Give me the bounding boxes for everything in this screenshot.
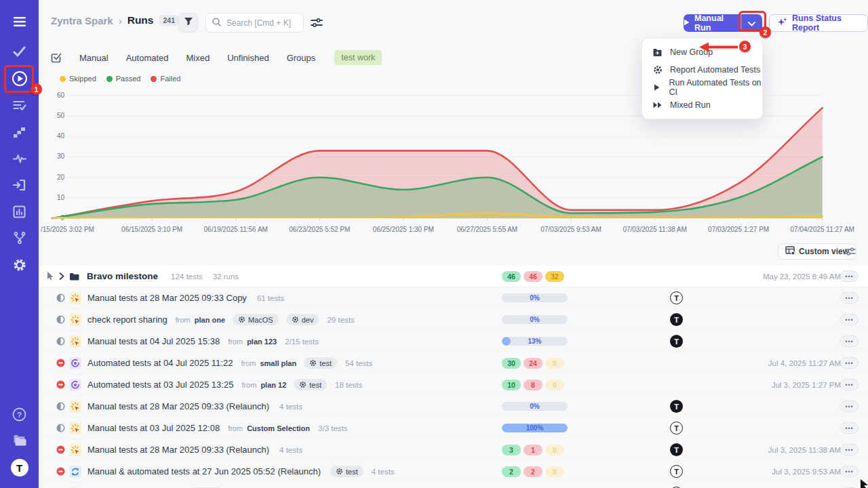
folders-icon[interactable] [0, 432, 39, 449]
search-input[interactable] [225, 18, 297, 28]
row-left-cluster: Manual tests at 28 Mar 2025 09:33 (Relau… [56, 439, 302, 460]
pulse-icon[interactable] [0, 150, 39, 167]
run-progress: 0% [502, 309, 568, 330]
count-pill-skipped: 0 [545, 380, 564, 390]
runs-status-report-label: Runs Status Report [792, 14, 860, 33]
run-progress: 0% [502, 396, 568, 417]
workspace-avatar[interactable]: T [0, 458, 39, 477]
filter-sliders-icon[interactable] [311, 18, 323, 30]
tab-manual[interactable]: Manual [79, 53, 108, 63]
table-row[interactable]: Manual tests at 28 Mar 2025 09:33 (Relau… [39, 439, 868, 461]
x-tick-label: 06/15/2025 3:10 PM [121, 226, 182, 233]
tab-groups[interactable]: Groups [287, 53, 316, 63]
row-menu-button[interactable]: ••• [840, 270, 859, 282]
x-tick-label: 07/03/2025 9:53 AM [540, 226, 601, 233]
check-icon[interactable] [0, 43, 39, 60]
help-icon[interactable]: ? [0, 406, 39, 422]
folder-plus-icon [652, 48, 663, 57]
search-icon [212, 17, 221, 29]
env-badge: test [304, 357, 337, 369]
table-row[interactable]: Manual tests at 04 Jul 2025 15:38frompla… [39, 331, 868, 352]
manual-run-button[interactable]: Manual Run [684, 14, 741, 32]
table-row[interactable]: Manual tests at 28 Mar 2025 09:33 Copy61… [39, 287, 868, 309]
row-menu-button[interactable]: ••• [840, 314, 859, 325]
table-row[interactable]: Manual tests at 03 Jul 2025 12:08fromCus… [39, 418, 868, 439]
run-from-label: from [228, 424, 243, 432]
row-left-cluster: Automated tests at 03 Jul 2025 13:25from… [56, 374, 362, 395]
menu-item-mixed-run[interactable]: Mixed Run [642, 96, 762, 114]
runs-status-report-button[interactable]: Runs Status Report [769, 14, 868, 32]
filter-button[interactable] [178, 13, 198, 33]
gear-icon[interactable] [0, 257, 39, 273]
tab-unfinished[interactable]: Unfinished [227, 53, 269, 63]
menu-icon[interactable] [0, 14, 39, 30]
table-settings-sliders-icon[interactable] [845, 247, 856, 259]
progress-bar: 0% [502, 293, 568, 302]
table-row[interactable]: Manual & automated tests at 27 Jun 2025 … [39, 461, 868, 483]
annotation-box-1 [4, 65, 34, 93]
row-menu-button[interactable]: ••• [840, 379, 859, 390]
sign-in-icon[interactable] [0, 177, 39, 193]
table-row[interactable]: check report sharingfromplan oneMacOSdev… [39, 309, 868, 331]
expand-chevron-icon[interactable] [59, 272, 64, 280]
progress-bar: 0% [502, 402, 568, 411]
run-title: Automated tests at 04 Jul 2025 11:22 [87, 358, 233, 368]
annotation-badge-2: 2 [760, 26, 771, 38]
avatar: T [670, 335, 683, 348]
list-check-icon[interactable] [0, 98, 39, 114]
steps-icon[interactable] [0, 124, 39, 140]
select-runs-icon[interactable] [51, 52, 62, 63]
breadcrumb-separator: › [119, 15, 122, 26]
run-title: check report sharing [87, 314, 167, 325]
row-menu-button[interactable]: ••• [840, 422, 859, 434]
row-menu-button[interactable]: ••• [840, 401, 859, 412]
in-progress-status-icon [56, 293, 65, 302]
gear-icon [292, 316, 299, 323]
row-menu-button[interactable]: ••• [840, 292, 859, 304]
play-icon [652, 84, 662, 91]
row-date: Jul 4, 2025 11:27 AM [768, 352, 841, 373]
page-title: Runs [127, 14, 154, 26]
menu-item-run-automated-tests-ci[interactable]: Run Automated Tests on CI [642, 79, 762, 96]
tab-mixed[interactable]: Mixed [186, 53, 210, 63]
branch-icon[interactable] [0, 230, 39, 246]
manual-run-label: Manual Run [694, 14, 741, 33]
count-pill-failed: 2 [524, 466, 542, 477]
row-menu-button[interactable]: ••• [840, 336, 859, 347]
table-row[interactable]: Automated tests at 03 Jul 2025 13:25from… [39, 374, 868, 396]
table-row[interactable]: Mixed origin (Relaunch)test5/8 tests62%T… [39, 483, 868, 488]
tab-automated[interactable]: Automated [126, 53, 169, 63]
in-progress-status-icon [56, 424, 65, 432]
table-row[interactable]: Manual tests at 28 Mar 2025 09:33 (Relau… [39, 396, 868, 418]
stopped-status-icon [56, 359, 65, 367]
tab-tag-test-work[interactable]: test work [334, 50, 382, 65]
run-title: Manual tests at 28 Mar 2025 09:33 (Relau… [87, 401, 269, 411]
chart-legend: Skipped Passed Failed [60, 75, 180, 83]
row-menu-button[interactable]: ••• [840, 444, 859, 455]
runs-table: Bravo milestone124 tests32 runs464632May… [39, 266, 868, 488]
run-from-label: from [228, 338, 243, 346]
row-menu-button[interactable]: ••• [840, 466, 859, 477]
chart-box-icon[interactable] [0, 203, 39, 220]
legend-passed: Passed [106, 75, 141, 83]
breadcrumb-project[interactable]: Zyntra Spark [51, 15, 113, 26]
progress-bar: 13% [502, 337, 568, 346]
search-box[interactable] [205, 13, 304, 33]
cursor-pointer-icon [47, 272, 54, 281]
table-row-group[interactable]: Bravo milestone124 tests32 runs464632May… [39, 266, 868, 287]
run-plan-name: plan 12 [260, 381, 286, 389]
runs-count-badge: 241 [159, 15, 179, 26]
avatar: T [670, 443, 683, 456]
row-left-cluster: check report sharingfromplan oneMacOSdev… [56, 309, 355, 330]
runs-tabs: Manual Automated Mixed Unfinished Groups… [51, 50, 382, 65]
group-runs-count: 32 runs [213, 272, 239, 281]
menu-item-report-automated-tests[interactable]: Report Automated Tests [642, 61, 762, 79]
row-menu-button[interactable]: ••• [840, 357, 859, 369]
count-pill-passed: 3 [502, 445, 521, 455]
count-pill-passed: 30 [502, 358, 521, 369]
row-date: Jul 3, 2025 11:38 AM [768, 439, 841, 460]
stopped-status-icon [56, 445, 65, 454]
table-row[interactable]: Automated tests at 04 Jul 2025 11:22from… [39, 352, 868, 374]
play-icon [684, 18, 690, 28]
env-badge: MacOS [233, 314, 279, 325]
